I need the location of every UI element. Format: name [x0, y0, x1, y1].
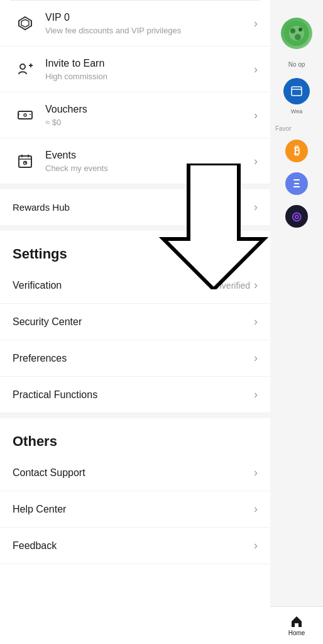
vouchers-icon [13, 103, 38, 128]
security-center-row[interactable]: Security Center › [0, 304, 270, 340]
solana-icon[interactable]: ◎ [285, 205, 308, 228]
svg-point-21 [295, 34, 301, 40]
section-divider-1 [0, 184, 270, 189]
verification-right: Unverified › [211, 279, 258, 292]
events-subtitle: Check my events [45, 164, 254, 173]
vouchers-title: Vouchers [45, 103, 254, 116]
bitcoin-icon[interactable]: ₿ [285, 140, 308, 162]
vouchers-menu-item[interactable]: Vouchers ≈ $0 › [0, 92, 270, 138]
events-title: Events [45, 149, 254, 162]
svg-point-19 [290, 28, 295, 33]
svg-marker-0 [19, 17, 31, 30]
vip-chevron: › [254, 17, 258, 30]
section-divider-3 [0, 413, 270, 418]
main-panel: VIP 0 View fee discounts and VIP privile… [0, 0, 270, 644]
svg-point-2 [20, 64, 25, 69]
invite-menu-item[interactable]: Invite to Earn High commission › [0, 47, 270, 92]
home-nav-item[interactable]: Home [288, 614, 305, 636]
invite-content: Invite to Earn High commission [45, 57, 254, 81]
verification-status: Unverified [211, 280, 250, 291]
events-chevron: › [254, 155, 258, 168]
favorites-label: Favor [275, 125, 292, 132]
preferences-chevron: › [254, 352, 258, 365]
bottom-nav: Home [270, 606, 323, 644]
preferences-row[interactable]: Preferences › [0, 340, 270, 377]
invite-title: Invite to Earn [45, 57, 254, 70]
events-menu-item[interactable]: Events Check my events › [0, 138, 270, 184]
vip-icon [13, 11, 38, 36]
contact-support-chevron: › [254, 466, 258, 479]
section-divider-2 [0, 226, 270, 231]
rewards-hub-row[interactable]: Rewards Hub › [0, 189, 270, 226]
preferences-label: Preferences [13, 353, 254, 364]
rewards-hub-label: Rewards Hub [13, 202, 254, 213]
vouchers-subtitle: ≈ $0 [45, 118, 254, 127]
feedback-chevron: › [254, 539, 258, 552]
svg-rect-22 [292, 87, 302, 96]
vip-subtitle: View fee discounts and VIP privileges [45, 26, 254, 35]
others-header: Others [0, 418, 270, 455]
practical-functions-label: Practical Functions [13, 389, 254, 401]
feedback-row[interactable]: Feedback › [0, 528, 270, 564]
home-label: Home [288, 630, 305, 636]
svg-rect-5 [18, 111, 32, 119]
vip-menu-item[interactable]: VIP 0 View fee discounts and VIP privile… [0, 1, 270, 47]
vip-content: VIP 0 View fee discounts and VIP privile… [45, 11, 254, 35]
contact-support-row[interactable]: Contact Support › [0, 455, 270, 491]
right-panel: No op Wea Favor ₿ Ξ ◎ Home [270, 0, 323, 644]
events-icon [13, 148, 38, 174]
security-center-right: › [254, 315, 258, 328]
contact-support-label: Contact Support [13, 467, 254, 479]
help-center-right: › [254, 502, 258, 516]
svg-point-8 [24, 114, 26, 116]
contact-support-right: › [254, 466, 258, 479]
settings-header: Settings [0, 231, 270, 267]
svg-marker-1 [21, 19, 29, 27]
rewards-hub-chevron: › [254, 201, 258, 214]
security-center-label: Security Center [13, 316, 254, 328]
wea-label: Wea [291, 108, 302, 114]
practical-functions-chevron: › [254, 388, 258, 401]
ethereum-icon[interactable]: Ξ [285, 172, 308, 195]
verification-chevron: › [254, 279, 258, 292]
help-center-label: Help Center [13, 504, 254, 515]
feedback-right: › [254, 539, 258, 552]
svg-point-20 [298, 28, 302, 31]
help-center-row[interactable]: Help Center › [0, 491, 270, 528]
invite-subtitle: High commission [45, 72, 254, 81]
feedback-label: Feedback [13, 540, 254, 552]
help-center-chevron: › [254, 502, 258, 516]
vouchers-chevron: › [254, 109, 258, 122]
practical-functions-row[interactable]: Practical Functions › [0, 377, 270, 413]
security-center-chevron: › [254, 315, 258, 328]
vouchers-content: Vouchers ≈ $0 [45, 103, 254, 127]
practical-functions-right: › [254, 388, 258, 401]
invite-chevron: › [254, 63, 258, 76]
events-content: Events Check my events [45, 149, 254, 173]
invite-icon [13, 57, 38, 82]
preferences-right: › [254, 352, 258, 365]
verification-label: Verification [13, 280, 211, 291]
no-open-label: No op [288, 61, 305, 68]
vip-title: VIP 0 [45, 11, 254, 25]
avatar[interactable] [281, 18, 312, 49]
blue-circle-item[interactable] [283, 78, 310, 104]
verification-row[interactable]: Verification Unverified › [0, 267, 270, 304]
